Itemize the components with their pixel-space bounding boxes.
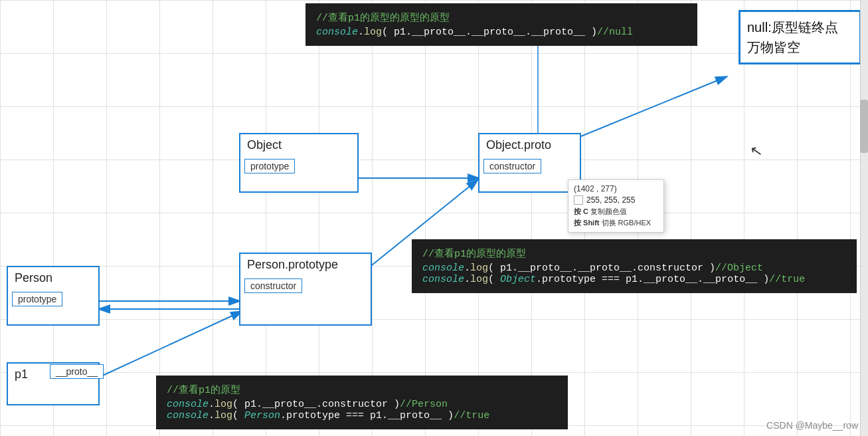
- code-middle-line2: console.log( Object.prototype === p1.__p…: [422, 274, 846, 285]
- scrollbar[interactable]: [860, 0, 868, 436]
- person-prototype-constructor-tag: constructor: [244, 278, 302, 293]
- person-prototype-box: Person.prototype constructor: [239, 253, 372, 326]
- color-picker-swatch-row: 255, 255, 255: [574, 195, 658, 205]
- code-bottom-comment: //查看p1的原型: [167, 383, 557, 396]
- person-prototype-tag: prototype: [12, 292, 62, 306]
- code-block-top: //查看p1的原型的原型的原型 console.log( p1.__proto_…: [305, 3, 697, 46]
- person-title: Person: [8, 267, 98, 289]
- code-middle-line1: console.log( p1.__proto__.__proto__.cons…: [422, 263, 846, 274]
- color-value: 255, 255, 255: [586, 195, 635, 205]
- color-picker-popup: (1402 , 277) 255, 255, 255 按 C 按 C 复制颜色值…: [568, 179, 664, 233]
- code-middle-comment: //查看p1的原型的原型: [422, 247, 846, 260]
- null-box: null:原型链终点 万物皆空: [738, 10, 861, 64]
- object-prototype-tag: prototype: [244, 159, 295, 173]
- object-title: Object: [240, 134, 357, 156]
- grid-background: [0, 0, 868, 436]
- watermark: CSDN @Maybe__row: [766, 420, 858, 431]
- scrollbar-thumb[interactable]: [860, 100, 868, 153]
- p1-proto-tag: __proto__: [50, 364, 104, 379]
- object-prototype-title: Object.proto: [479, 134, 580, 156]
- person-box: Person prototype: [7, 266, 100, 326]
- color-tip2: 按 Shift 切换 RGB/HEX: [574, 218, 658, 228]
- null-line1: null:原型链终点: [747, 20, 838, 35]
- code-top-comment: //查看p1的原型的原型的原型: [316, 11, 687, 24]
- color-picker-coords: (1402 , 277): [574, 184, 658, 193]
- color-swatch: [574, 195, 583, 205]
- object-prototype-constructor-tag: constructor: [483, 159, 541, 173]
- code-bottom-line2: console.log( Person.prototype === p1.__p…: [167, 410, 557, 421]
- person-prototype-title: Person.prototype: [240, 254, 371, 276]
- object-prototype-box: Object.proto constructor: [478, 133, 581, 193]
- color-tip1: 按 C 按 C 复制颜色值 复制颜色值: [574, 207, 658, 217]
- code-block-bottom: //查看p1的原型 console.log( p1.__proto__.cons…: [156, 376, 568, 429]
- code-bottom-line1: console.log( p1.__proto__.constructor )/…: [167, 399, 557, 410]
- code-block-middle: //查看p1的原型的原型 console.log( p1.__proto__._…: [412, 239, 857, 293]
- null-line2: 万物皆空: [747, 40, 800, 54]
- object-box: Object prototype: [239, 133, 359, 193]
- code-top-line: console.log( p1.__proto__.__proto__.__pr…: [316, 27, 687, 38]
